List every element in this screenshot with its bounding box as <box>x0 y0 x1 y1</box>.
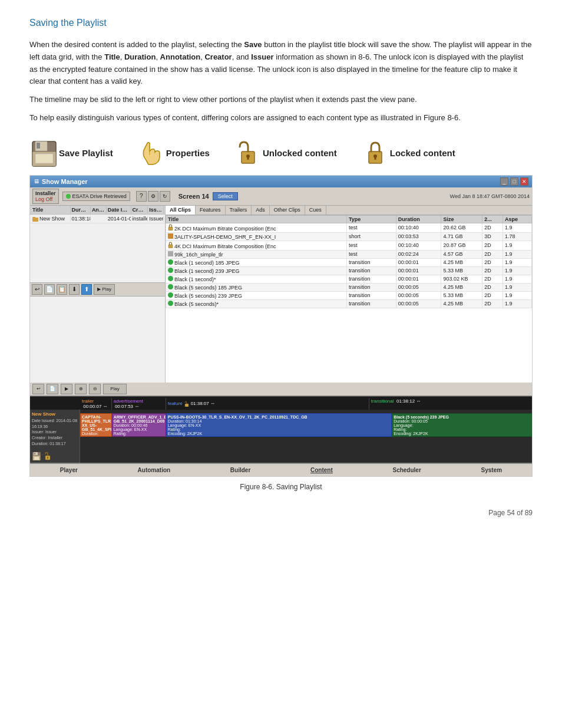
tab-all-clips[interactable]: All Clips <box>166 206 196 215</box>
content-size-cell: 4.57 GB <box>441 250 482 258</box>
lock-row-icon <box>168 224 173 230</box>
ad-segment[interactable]: ARMY_OFFICER_ADV_1_EN-GB_51_2K_20001114_… <box>112 413 166 437</box>
content-type-cell: transition <box>347 258 396 266</box>
content-table-row[interactable]: 2K DCI Maximum Bitrate Composition (Enct… <box>166 223 532 232</box>
green-row-icon <box>168 276 173 281</box>
close-button[interactable]: ✕ <box>520 177 528 186</box>
download-icon[interactable]: ⬇ <box>69 284 80 295</box>
nav-content[interactable]: Content <box>306 466 338 475</box>
content-aspect-cell: 1.9 <box>503 275 532 283</box>
green-row-icon <box>168 268 173 273</box>
timeline-ad-header: advertisement 00:07:53 ↔ <box>112 398 166 410</box>
feature-duration: Duration: 01:30:14 <box>168 419 391 423</box>
timeline-doc-icon[interactable]: 📄 <box>47 384 58 394</box>
tab-ads[interactable]: Ads <box>252 206 270 215</box>
tab-other-clips[interactable]: Other Clips <box>270 206 305 215</box>
content-2d-cell: 2D <box>482 299 503 308</box>
content-table: Title Type Duration Size 2... Aspe 2K DC… <box>166 215 532 308</box>
application-screenshot: 🖥 Show Manager _ □ ✕ Installer Log Off E… <box>29 175 533 477</box>
content-2d-cell: 2D <box>482 223 503 232</box>
empty-grid-area <box>30 223 165 282</box>
content-size-cell: 4.25 MB <box>441 283 482 291</box>
nav-automation[interactable]: Automation <box>133 466 176 475</box>
timeline-play-icon[interactable]: ▶ <box>61 384 72 394</box>
content-aspect-cell: 1.9 <box>503 223 532 232</box>
content-table-row[interactable]: 99k_16ch_simple_tlrtest00:02:244.57 GB2D… <box>166 250 532 258</box>
installer-label: Installer <box>35 190 56 196</box>
feature-segment[interactable]: PUSS-IN-BOOTS-30_TLR_S_EN-XX_OV_71_2K_PC… <box>166 413 392 437</box>
nav-player[interactable]: Player <box>55 466 82 475</box>
tab-features[interactable]: Features <box>196 206 226 215</box>
help-icon[interactable]: ? <box>136 191 147 202</box>
settings-icon[interactable]: ⚙ <box>148 191 158 202</box>
grid-header: Title Durati... Annot... Date Issu... Cr… <box>30 206 165 215</box>
duration-info: Duration: 01:38:17 <box>32 441 78 447</box>
timeline-zoom-in-icon[interactable]: ⊕ <box>75 384 87 394</box>
tab-trailers[interactable]: Trailers <box>226 206 252 215</box>
timeline-feature-header: feature 01:38:07 ↔ <box>166 398 369 410</box>
play-button[interactable]: ▶ Play <box>94 284 115 295</box>
playlist-row[interactable]: New Show 01:38:18 2014-01-08 installer I… <box>30 215 165 223</box>
nav-scheduler[interactable]: Scheduler <box>388 466 425 475</box>
transitional-filename: Black (5 seconds) 239 JPEG <box>394 415 530 419</box>
playlist-duration-cell: 01:38:18 <box>71 215 91 222</box>
play-label-button[interactable]: Play <box>103 384 127 394</box>
save-small-icon[interactable] <box>32 452 41 461</box>
content-table-row[interactable]: Black (5 seconds)*transition00:00:054.25… <box>166 299 532 308</box>
green-row-icon <box>168 301 173 306</box>
content-table-row[interactable]: Black (5 seconds) 185 JPEGtransition00:0… <box>166 283 532 291</box>
content-title-cell: Black (1 second) 185 JPEG <box>166 258 347 266</box>
nav-builder[interactable]: Builder <box>226 466 255 475</box>
tab-cues[interactable]: Cues <box>305 206 326 215</box>
ad-filename: ARMY_OFFICER_ADV_1_EN-GB_51_2K_20001114_… <box>114 415 164 423</box>
content-aspect-cell: 1.9 <box>503 258 532 266</box>
select-button[interactable]: Select <box>213 192 238 200</box>
svg-rect-15 <box>168 245 173 248</box>
copy-icon[interactable]: 📋 <box>57 284 67 295</box>
window-controls[interactable]: _ □ ✕ <box>500 177 528 186</box>
doc-icon[interactable]: 📄 <box>44 284 55 295</box>
maximize-button[interactable]: □ <box>510 177 518 186</box>
esata-tab[interactable]: ESATA Drive Retrieved <box>62 192 130 201</box>
content-table-row[interactable]: 4K DCI Maximum Bitrate Composition (Enct… <box>166 241 532 250</box>
minimize-button[interactable]: _ <box>500 177 508 186</box>
timeline-info-panel: New Show Date Issued: 2014-01-08 16:19:3… <box>30 410 80 463</box>
transitional-rating: Rating: <box>394 427 530 431</box>
content-2d-cell: 2D <box>482 283 503 291</box>
unlock-small-icon[interactable] <box>43 452 52 461</box>
content-table-row[interactable]: Black (1 second)*transition00:00:01903.0… <box>166 275 532 283</box>
trailer-segment[interactable]: CAPTAIN-PHILLIPS_TLR_1_S_EN-XX_US-GB_51_… <box>80 413 112 437</box>
content-table-row[interactable]: 3ALITY-SPLASH-DEMO_SHR_F_EN-XX_Ishort00:… <box>166 232 532 241</box>
feature-filename: PUSS-IN-BOOTS-30_TLR_S_EN-XX_OV_71_2K_PC… <box>168 415 391 419</box>
timeline-labels-row: trailer 00:00:07 ↔ advertisement 00:07:5… <box>30 396 532 410</box>
green-row-icon <box>168 292 173 298</box>
folder-icon <box>32 216 38 222</box>
content-title-cell: Black (1 second) 239 JPEG <box>166 266 347 275</box>
body-paragraph-2: The timeline may be slid to the left or … <box>29 94 533 106</box>
th-size: Size <box>441 215 482 223</box>
content-table-row[interactable]: Black (1 second) 239 JPEGtransition00:00… <box>166 266 532 275</box>
transitional-segment[interactable]: Black (5 seconds) 239 JPEG Duration: 00:… <box>392 413 532 437</box>
content-table-row[interactable]: Black (5 seconds) 239 JPEGtransition00:0… <box>166 291 532 299</box>
installer-tab[interactable]: Installer Log Off <box>32 189 59 204</box>
content-size-cell: 903.02 KB <box>441 275 482 283</box>
content-duration-cell: 00:00:01 <box>396 275 441 283</box>
timeline-zoom-out-icon[interactable]: ⊖ <box>89 384 101 394</box>
content-aspect-cell: 1.9 <box>503 266 532 275</box>
content-aspect-cell: 1.9 <box>503 241 532 250</box>
orange-row-icon <box>168 233 173 239</box>
content-table-row[interactable]: Black (1 second) 185 JPEGtransition00:00… <box>166 258 532 266</box>
col-date: Date Issu... <box>107 206 131 213</box>
undo-icon[interactable]: ↩ <box>32 284 42 295</box>
content-type-cell: test <box>347 223 396 232</box>
nav-system[interactable]: System <box>477 466 507 475</box>
main-content-area: Title Durati... Annot... Date Issu... Cr… <box>30 206 532 383</box>
content-duration-cell: 00:00:01 <box>396 266 441 275</box>
svg-rect-12 <box>32 218 38 222</box>
date-issued-info: Date Issued: 2014-01-08 16:19:36 <box>32 418 78 430</box>
col-creator: Creator <box>131 206 148 213</box>
content-table-body: 2K DCI Maximum Bitrate Composition (Enct… <box>166 223 532 308</box>
timeline-back-icon[interactable]: ↩ <box>32 384 44 394</box>
refresh-icon[interactable]: ↻ <box>160 191 170 202</box>
upload-icon[interactable]: ⬆ <box>81 284 92 295</box>
